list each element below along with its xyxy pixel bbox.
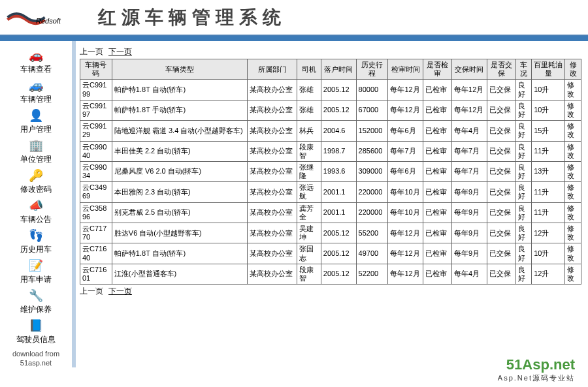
- table-row: 云C99199帕萨特1.8T 自动(轿车)某高校办公室张雄2005.128000…: [80, 80, 581, 100]
- cell-type: 丰田佳美 2.2 自动(轿车): [112, 141, 248, 161]
- cell-insp_ok: 已检审: [423, 100, 452, 120]
- nav-label: 用户管理: [20, 124, 52, 135]
- cell-ins_ok: 已交保: [487, 80, 515, 100]
- sidebar-item-6[interactable]: 👣历史用车: [0, 226, 72, 256]
- cell-edit[interactable]: 修改: [565, 141, 581, 161]
- cell-dept: 某高校办公室: [248, 182, 297, 202]
- nav-icon: 👣: [28, 228, 44, 243]
- cell-insp_ok: 已检审: [423, 223, 452, 243]
- nav-icon: 🏢: [28, 138, 44, 153]
- cell-edit[interactable]: 修改: [565, 80, 581, 100]
- cell-ins: 每年9月: [452, 202, 487, 223]
- cell-date: 2005.12: [321, 223, 356, 243]
- cell-insp_ok: 已检审: [423, 121, 452, 141]
- cell-date: 2005.12: [321, 264, 356, 284]
- cell-edit[interactable]: 修改: [565, 161, 581, 181]
- cell-insp_ok: 已检审: [423, 80, 452, 100]
- sidebar-item-4[interactable]: 🔑修改密码: [0, 166, 72, 196]
- sidebar-item-5[interactable]: 📣车辆公告: [0, 196, 72, 226]
- cell-edit[interactable]: 修改: [565, 264, 581, 284]
- col-header: 是否交保: [487, 59, 515, 80]
- logo-text: Redsoft: [36, 17, 61, 25]
- cell-dept: 某高校办公室: [248, 121, 297, 141]
- pager-top: 上一页下一页: [80, 45, 581, 59]
- cell-dept: 某高校办公室: [248, 223, 297, 243]
- cell-fuel: 11升: [532, 202, 565, 223]
- cell-mileage: 285600: [356, 141, 388, 161]
- cell-insp: 每年12月: [388, 100, 423, 120]
- cell-fuel: 10升: [532, 80, 565, 100]
- cell-dept: 某高校办公室: [248, 202, 297, 223]
- sidebar: 🚗车辆查看🚙车辆管理👤用户管理🏢单位管理🔑修改密码📣车辆公告👣历史用车📝用车申请…: [0, 41, 72, 367]
- cell-fuel: 15升: [532, 121, 565, 141]
- col-header: 车况: [515, 59, 531, 80]
- cell-mileage: 67000: [356, 100, 388, 120]
- col-header: 是否检审: [423, 59, 452, 80]
- cell-edit[interactable]: 修改: [565, 100, 581, 120]
- cell-insp_ok: 已检审: [423, 161, 452, 181]
- cell-ins_ok: 已交保: [487, 202, 515, 223]
- cell-ins_ok: 已交保: [487, 121, 515, 141]
- cell-dept: 某高校办公室: [248, 264, 297, 284]
- cell-ins: 每年4月: [452, 121, 487, 141]
- col-header: 司机: [297, 59, 321, 80]
- cell-cond: 良好: [515, 202, 531, 223]
- nav-icon: 🔧: [28, 288, 44, 303]
- cell-id: 云C99197: [80, 100, 112, 120]
- cell-ins_ok: 已交保: [487, 243, 515, 264]
- cell-id: 云C34969: [80, 182, 112, 202]
- table-row: 云C71601江淮(小型普通客车)某高校办公室段康智2005.1252200每年…: [80, 264, 581, 284]
- sidebar-item-8[interactable]: 🔧维护保养: [0, 286, 72, 317]
- cell-dept: 某高校办公室: [248, 80, 297, 100]
- cell-edit[interactable]: 修改: [565, 243, 581, 264]
- sidebar-item-1[interactable]: 🚙车辆管理: [0, 76, 72, 106]
- table-row: 云C71640帕萨特1.8T 自动(轿车)某高校办公室张国志2005.12497…: [80, 243, 581, 264]
- cell-insp_ok: 已检审: [423, 243, 452, 264]
- nav-label: 车辆管理: [20, 94, 52, 105]
- cell-edit[interactable]: 修改: [565, 182, 581, 202]
- footer: 51Asp.net Asp.Net源码专业站: [498, 356, 575, 383]
- cell-type: 陆地巡洋舰 霸道 3.4 自动(小型越野客车): [112, 121, 248, 141]
- nav-icon: 📝: [28, 258, 44, 273]
- sidebar-item-3[interactable]: 🏢单位管理: [0, 136, 72, 166]
- cell-mileage: 220000: [356, 182, 388, 202]
- cell-edit[interactable]: 修改: [565, 223, 581, 243]
- cell-ins_ok: 已交保: [487, 182, 515, 202]
- cell-edit[interactable]: 修改: [565, 202, 581, 223]
- cell-insp_ok: 已检审: [423, 182, 452, 202]
- cell-fuel: 11升: [532, 141, 565, 161]
- col-header: 所属部门: [248, 59, 297, 80]
- cell-ins: 每年12月: [452, 100, 487, 120]
- cell-id: 云C99040: [80, 141, 112, 161]
- cell-dept: 某高校办公室: [248, 100, 297, 120]
- nav-label: 修改密码: [20, 184, 52, 195]
- nav-icon: 📣: [28, 198, 44, 213]
- cell-fuel: 10升: [532, 243, 565, 264]
- cell-fuel: 10升: [532, 100, 565, 120]
- sidebar-item-0[interactable]: 🚗车辆查看: [0, 46, 72, 76]
- cell-insp_ok: 已检审: [423, 202, 452, 223]
- cell-cond: 良好: [515, 80, 531, 100]
- pager-next-link[interactable]: 下一页: [108, 286, 132, 296]
- cell-driver: 段康智: [297, 264, 321, 284]
- nav-label: 历史用车: [20, 244, 52, 255]
- col-header: 检审时间: [388, 59, 423, 80]
- header: Redsoft 红源车辆管理系统: [0, 0, 588, 36]
- col-header: 车辆类型: [112, 59, 248, 80]
- logo: Redsoft: [7, 5, 78, 31]
- cell-ins: 每年12月: [452, 80, 487, 100]
- sidebar-item-2[interactable]: 👤用户管理: [0, 106, 72, 136]
- cell-insp: 每年7月: [388, 141, 423, 161]
- cell-fuel: 12升: [532, 223, 565, 243]
- cell-driver: 段康智: [297, 141, 321, 161]
- cell-edit[interactable]: 修改: [565, 121, 581, 141]
- cell-date: 1993.6: [321, 161, 356, 181]
- cell-driver: 张雄: [297, 100, 321, 120]
- col-header: 百里耗油量: [532, 59, 565, 80]
- cell-fuel: 12升: [532, 264, 565, 284]
- app-title: 红源车辆管理系统: [98, 5, 286, 30]
- pager-next-link[interactable]: 下一页: [108, 47, 132, 56]
- table-row: 云C99034尼桑风度 V6 2.0 自动(轿车)某高校办公室张继隆1993.6…: [80, 161, 581, 181]
- sidebar-item-9[interactable]: 📘驾驶员信息: [0, 317, 72, 347]
- sidebar-item-7[interactable]: 📝用车申请: [0, 256, 72, 286]
